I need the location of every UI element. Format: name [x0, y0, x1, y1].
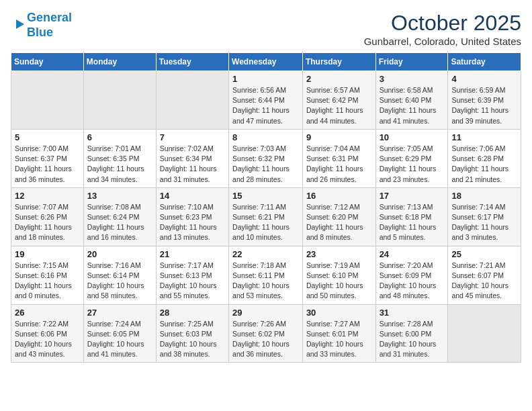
day-info: Sunrise: 7:11 AM Sunset: 6:21 PM Dayligh… [232, 202, 299, 243]
day-number: 24 [380, 249, 445, 259]
calendar-week-row: 19Sunrise: 7:15 AM Sunset: 6:16 PM Dayli… [11, 246, 521, 304]
day-info: Sunrise: 6:56 AM Sunset: 6:44 PM Dayligh… [232, 85, 299, 126]
day-number: 20 [87, 249, 152, 259]
calendar-table: SundayMondayTuesdayWednesdayThursdayFrid… [11, 52, 521, 363]
day-info: Sunrise: 7:28 AM Sunset: 6:00 PM Dayligh… [380, 319, 445, 360]
calendar-cell: 22Sunrise: 7:18 AM Sunset: 6:11 PM Dayli… [229, 246, 303, 304]
weekday-header-saturday: Saturday [448, 53, 521, 71]
day-number: 8 [232, 132, 299, 142]
calendar-cell: 28Sunrise: 7:25 AM Sunset: 6:03 PM Dayli… [156, 304, 228, 363]
day-info: Sunrise: 7:02 AM Sunset: 6:34 PM Dayligh… [160, 144, 225, 185]
calendar-cell: 7Sunrise: 7:02 AM Sunset: 6:34 PM Daylig… [156, 129, 228, 187]
calendar-cell: 26Sunrise: 7:22 AM Sunset: 6:06 PM Dayli… [11, 304, 84, 363]
day-number: 10 [380, 132, 445, 142]
day-number: 19 [15, 249, 80, 259]
calendar-cell: 5Sunrise: 7:00 AM Sunset: 6:37 PM Daylig… [11, 129, 84, 187]
day-number: 15 [232, 191, 299, 201]
day-number: 2 [306, 74, 372, 84]
calendar-cell: 4Sunrise: 6:59 AM Sunset: 6:39 PM Daylig… [448, 71, 521, 130]
calendar-cell: 8Sunrise: 7:03 AM Sunset: 6:32 PM Daylig… [229, 129, 303, 187]
day-number: 12 [15, 191, 80, 201]
day-number: 9 [306, 132, 372, 142]
calendar-cell: 31Sunrise: 7:28 AM Sunset: 6:00 PM Dayli… [375, 304, 448, 363]
day-info: Sunrise: 7:07 AM Sunset: 6:26 PM Dayligh… [15, 202, 80, 243]
day-info: Sunrise: 7:13 AM Sunset: 6:18 PM Dayligh… [380, 202, 445, 243]
calendar-week-row: 5Sunrise: 7:00 AM Sunset: 6:37 PM Daylig… [11, 129, 521, 187]
weekday-header-tuesday: Tuesday [156, 53, 228, 71]
day-number: 26 [15, 308, 80, 318]
weekday-header-sunday: Sunday [11, 53, 84, 71]
calendar-cell: 16Sunrise: 7:12 AM Sunset: 6:20 PM Dayli… [302, 187, 375, 246]
day-number: 5 [15, 132, 80, 142]
day-info: Sunrise: 6:58 AM Sunset: 6:40 PM Dayligh… [380, 85, 445, 126]
calendar-cell: 21Sunrise: 7:17 AM Sunset: 6:13 PM Dayli… [156, 246, 228, 304]
calendar-cell: 12Sunrise: 7:07 AM Sunset: 6:26 PM Dayli… [11, 187, 84, 246]
day-info: Sunrise: 7:06 AM Sunset: 6:28 PM Dayligh… [451, 144, 517, 185]
day-number: 17 [380, 191, 445, 201]
calendar-week-row: 26Sunrise: 7:22 AM Sunset: 6:06 PM Dayli… [11, 304, 521, 363]
calendar-cell: 19Sunrise: 7:15 AM Sunset: 6:16 PM Dayli… [11, 246, 84, 304]
day-info: Sunrise: 7:15 AM Sunset: 6:16 PM Dayligh… [15, 261, 80, 302]
day-info: Sunrise: 7:08 AM Sunset: 6:24 PM Dayligh… [87, 202, 152, 243]
day-info: Sunrise: 7:04 AM Sunset: 6:31 PM Dayligh… [306, 144, 372, 185]
calendar-cell: 1Sunrise: 6:56 AM Sunset: 6:44 PM Daylig… [229, 71, 303, 130]
calendar-cell [448, 304, 521, 363]
day-number: 31 [380, 308, 445, 318]
calendar-cell: 10Sunrise: 7:05 AM Sunset: 6:29 PM Dayli… [375, 129, 448, 187]
day-info: Sunrise: 7:24 AM Sunset: 6:05 PM Dayligh… [87, 319, 152, 360]
day-info: Sunrise: 7:17 AM Sunset: 6:13 PM Dayligh… [160, 261, 225, 302]
calendar-cell: 13Sunrise: 7:08 AM Sunset: 6:24 PM Dayli… [83, 187, 156, 246]
calendar-cell: 2Sunrise: 6:57 AM Sunset: 6:42 PM Daylig… [302, 71, 375, 130]
day-info: Sunrise: 7:26 AM Sunset: 6:02 PM Dayligh… [232, 319, 299, 360]
calendar-week-row: 1Sunrise: 6:56 AM Sunset: 6:44 PM Daylig… [11, 71, 521, 130]
day-number: 23 [306, 249, 372, 259]
day-number: 25 [451, 249, 517, 259]
calendar-cell: 6Sunrise: 7:01 AM Sunset: 6:35 PM Daylig… [83, 129, 156, 187]
calendar-cell: 24Sunrise: 7:20 AM Sunset: 6:09 PM Dayli… [375, 246, 448, 304]
weekday-header-friday: Friday [375, 53, 448, 71]
calendar-cell: 17Sunrise: 7:13 AM Sunset: 6:18 PM Dayli… [375, 187, 448, 246]
day-number: 28 [160, 308, 225, 318]
calendar-cell: 27Sunrise: 7:24 AM Sunset: 6:05 PM Dayli… [83, 304, 156, 363]
day-info: Sunrise: 7:20 AM Sunset: 6:09 PM Dayligh… [380, 261, 445, 302]
day-info: Sunrise: 7:21 AM Sunset: 6:07 PM Dayligh… [451, 261, 517, 302]
day-number: 22 [232, 249, 299, 259]
day-info: Sunrise: 7:10 AM Sunset: 6:23 PM Dayligh… [160, 202, 225, 243]
day-number: 16 [306, 191, 372, 201]
weekday-header-row: SundayMondayTuesdayWednesdayThursdayFrid… [11, 53, 521, 71]
day-number: 21 [160, 249, 225, 259]
day-info: Sunrise: 7:27 AM Sunset: 6:01 PM Dayligh… [306, 319, 372, 360]
calendar-cell [11, 71, 84, 130]
calendar-cell: 29Sunrise: 7:26 AM Sunset: 6:02 PM Dayli… [229, 304, 303, 363]
day-info: Sunrise: 7:12 AM Sunset: 6:20 PM Dayligh… [306, 202, 372, 243]
svg-marker-0 [16, 19, 24, 29]
day-number: 11 [451, 132, 517, 142]
logo-text: General Blue [27, 11, 72, 40]
logo: General Blue [11, 11, 72, 40]
calendar-cell: 23Sunrise: 7:19 AM Sunset: 6:10 PM Dayli… [302, 246, 375, 304]
day-number: 7 [160, 132, 225, 142]
day-info: Sunrise: 7:03 AM Sunset: 6:32 PM Dayligh… [232, 144, 299, 185]
calendar-cell: 15Sunrise: 7:11 AM Sunset: 6:21 PM Dayli… [229, 187, 303, 246]
day-info: Sunrise: 7:18 AM Sunset: 6:11 PM Dayligh… [232, 261, 299, 302]
day-number: 27 [87, 308, 152, 318]
calendar-cell [83, 71, 156, 130]
calendar-cell: 25Sunrise: 7:21 AM Sunset: 6:07 PM Dayli… [448, 246, 521, 304]
day-number: 3 [380, 74, 445, 84]
day-info: Sunrise: 7:01 AM Sunset: 6:35 PM Dayligh… [87, 144, 152, 185]
day-info: Sunrise: 7:00 AM Sunset: 6:37 PM Dayligh… [15, 144, 80, 185]
day-number: 30 [306, 308, 372, 318]
calendar-week-row: 12Sunrise: 7:07 AM Sunset: 6:26 PM Dayli… [11, 187, 521, 246]
location-subtitle: Gunbarrel, Colorado, United States [364, 36, 521, 47]
day-info: Sunrise: 7:19 AM Sunset: 6:10 PM Dayligh… [306, 261, 372, 302]
day-info: Sunrise: 6:59 AM Sunset: 6:39 PM Dayligh… [451, 85, 517, 126]
day-number: 6 [87, 132, 152, 142]
day-number: 18 [451, 191, 517, 201]
day-info: Sunrise: 7:05 AM Sunset: 6:29 PM Dayligh… [380, 144, 445, 185]
calendar-cell [156, 71, 228, 130]
calendar-cell: 14Sunrise: 7:10 AM Sunset: 6:23 PM Dayli… [156, 187, 228, 246]
calendar-cell: 11Sunrise: 7:06 AM Sunset: 6:28 PM Dayli… [448, 129, 521, 187]
day-info: Sunrise: 7:16 AM Sunset: 6:14 PM Dayligh… [87, 261, 152, 302]
day-number: 13 [87, 191, 152, 201]
day-info: Sunrise: 7:25 AM Sunset: 6:03 PM Dayligh… [160, 319, 225, 360]
